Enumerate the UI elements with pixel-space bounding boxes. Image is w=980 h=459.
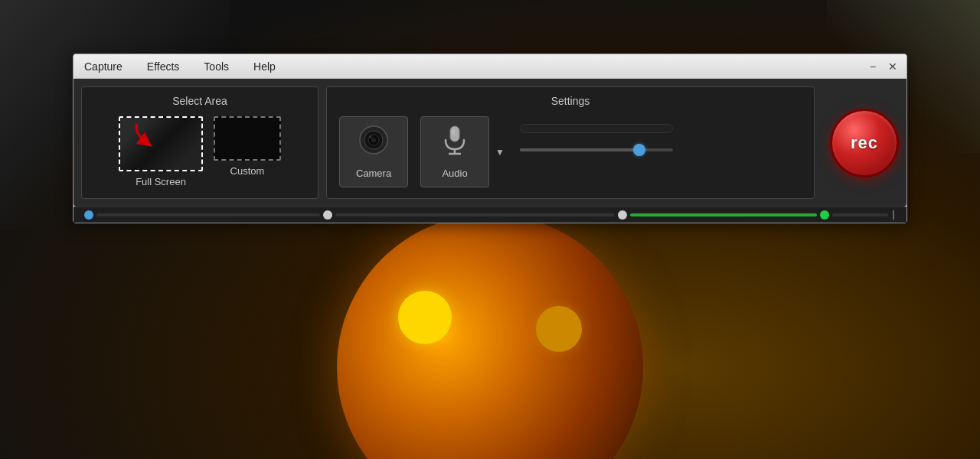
- rec-label: rec: [851, 133, 878, 153]
- settings-panel: Settings: [326, 86, 815, 199]
- menu-tools[interactable]: Tools: [199, 57, 234, 76]
- select-area-title: Select Area: [93, 95, 307, 107]
- content-area: Select Area: [74, 79, 906, 207]
- menu-capture[interactable]: Capture: [80, 57, 127, 76]
- menu-bar: Capture Effects Tools Help: [80, 57, 280, 76]
- timeline-seg-4: [832, 213, 888, 216]
- fullscreen-thumb: [119, 116, 203, 171]
- volume-level-fill: [520, 124, 673, 133]
- rec-button-container: rec: [822, 86, 899, 199]
- timeline-dot-4: [820, 210, 829, 220]
- volume-controls: [520, 116, 802, 156]
- select-area-panel: Select Area: [81, 86, 318, 199]
- camera-label: Camera: [356, 168, 391, 179]
- fullscreen-label: Full Screen: [136, 176, 186, 187]
- audio-button[interactable]: Audio: [420, 116, 489, 187]
- minimize-button[interactable]: −: [865, 59, 880, 74]
- bottom-bar: [74, 207, 906, 223]
- title-bar: Capture Effects Tools Help − ✕: [74, 54, 906, 79]
- main-row: Select Area: [81, 86, 899, 199]
- capture-options: Full Screen Custom: [93, 116, 307, 187]
- timeline-marker: [893, 210, 894, 220]
- settings-title: Settings: [339, 95, 802, 107]
- volume-thumb[interactable]: [633, 144, 645, 156]
- timeline-seg-3: [630, 213, 817, 216]
- app-window: Capture Effects Tools Help − ✕ Select Ar…: [73, 54, 907, 223]
- audio-dropdown-arrow[interactable]: ▼: [492, 145, 508, 159]
- audio-icon: [441, 125, 469, 161]
- custom-label: Custom: [230, 165, 265, 177]
- audio-label: Audio: [442, 168, 467, 179]
- timeline-seg-2: [335, 213, 615, 216]
- volume-level-bar: [520, 124, 673, 133]
- menu-help[interactable]: Help: [249, 57, 280, 76]
- settings-controls: Camera: [339, 116, 802, 187]
- custom-option[interactable]: Custom: [214, 116, 281, 177]
- timeline-seg-1: [96, 213, 320, 216]
- timeline-dot-2: [323, 210, 332, 220]
- camera-icon: [358, 125, 389, 161]
- audio-btn-wrapper: Audio ▼: [420, 116, 508, 187]
- menu-effects[interactable]: Effects: [142, 57, 185, 76]
- timeline-dot-3: [618, 210, 627, 220]
- svg-point-5: [369, 135, 372, 138]
- title-controls: − ✕: [865, 59, 900, 74]
- rec-button[interactable]: rec: [830, 109, 899, 177]
- timeline-dot-1: [84, 210, 93, 220]
- fullscreen-option[interactable]: Full Screen: [119, 116, 203, 187]
- volume-fill: [520, 148, 639, 151]
- svg-rect-9: [452, 129, 455, 135]
- volume-slider[interactable]: [520, 144, 673, 156]
- red-arrow-icon: [131, 121, 162, 151]
- custom-thumb: [214, 116, 281, 161]
- volume-track: [520, 148, 673, 151]
- svg-rect-6: [450, 126, 459, 142]
- close-button[interactable]: ✕: [885, 59, 900, 74]
- svg-point-4: [371, 138, 376, 142]
- camera-button[interactable]: Camera: [339, 116, 408, 187]
